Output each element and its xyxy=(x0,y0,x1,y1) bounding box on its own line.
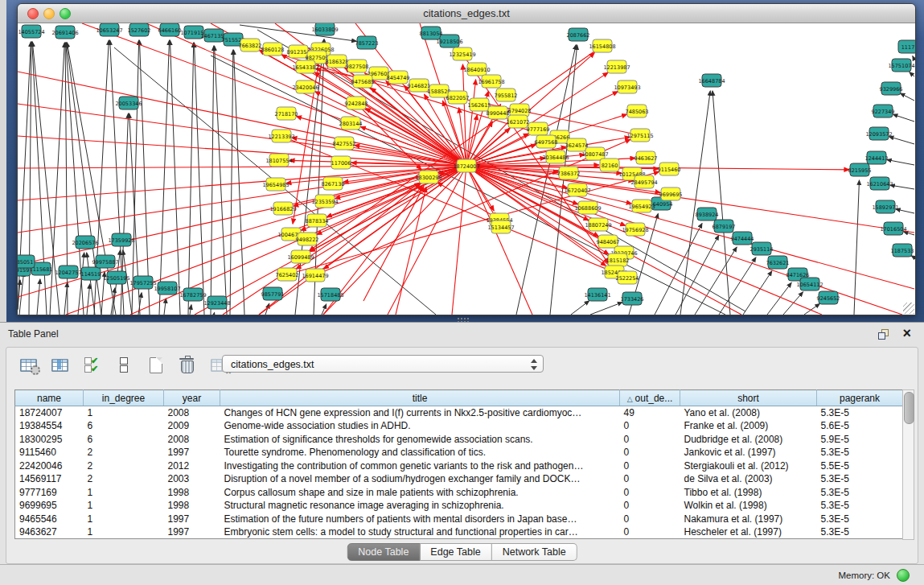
graph-node[interactable]: 12353594 xyxy=(311,195,338,208)
graph-node[interactable]: 16099489 xyxy=(287,250,314,263)
close-panel-icon[interactable]: × xyxy=(902,326,911,340)
cell-in_degree[interactable]: 1 xyxy=(84,406,164,420)
tab-network-table[interactable]: Network Table xyxy=(492,543,577,561)
graph-node[interactable]: 12325419 xyxy=(449,47,475,60)
graph-node[interactable]: 19218506 xyxy=(436,35,462,47)
cell-pagerank[interactable]: 5.3E-5 xyxy=(817,525,903,539)
graph-node[interactable]: 1187533 xyxy=(891,244,914,257)
table-row[interactable]: 2242004622012Investigating the contribut… xyxy=(15,459,903,473)
cell-in_degree[interactable]: 1 xyxy=(84,513,164,526)
graph-node[interactable]: 10973493 xyxy=(614,80,640,93)
cell-in_degree[interactable]: 1 xyxy=(84,525,164,539)
tab-edge-table[interactable]: Edge Table xyxy=(420,543,491,561)
cell-in_degree[interactable]: 2 xyxy=(84,446,164,459)
cell-year[interactable]: 2009 xyxy=(164,419,220,433)
cell-title[interactable]: Changes of HCN gene expression and I(f) … xyxy=(220,406,620,420)
memory-ok-indicator[interactable] xyxy=(897,569,910,582)
graph-node[interactable]: 7485063 xyxy=(626,105,649,117)
cell-short[interactable]: Franke et al. (2009) xyxy=(680,419,817,433)
graph-node[interactable]: 9242848 xyxy=(345,97,368,109)
graph-node[interactable]: 9329966 xyxy=(880,82,903,95)
select-rows-icon[interactable]: ✔✔ xyxy=(83,356,104,375)
cell-pagerank[interactable]: 5.9E-5 xyxy=(817,433,903,447)
table-row[interactable]: 946554611997Estimation of the future num… xyxy=(15,513,903,526)
column-header-pagerank[interactable]: pagerank xyxy=(817,390,903,406)
cell-name[interactable]: 14569117 xyxy=(15,472,84,486)
cell-name[interactable]: 18724007 xyxy=(15,406,84,420)
table-row[interactable]: 1456911722003Disruption of a novel membe… xyxy=(15,472,903,486)
cell-pagerank[interactable]: 5.3E-5 xyxy=(817,446,903,459)
cell-name[interactable]: 19384554 xyxy=(15,419,84,433)
table-row[interactable]: 946362711997Embryonic stem cells: a mode… xyxy=(15,525,903,539)
cell-pagerank[interactable]: 5.3E-5 xyxy=(817,486,903,500)
cell-name[interactable]: 18300295 xyxy=(15,433,84,447)
graph-node[interactable]: 10653247 xyxy=(96,23,122,36)
column-header-title[interactable]: title xyxy=(220,390,620,406)
cell-out_degree[interactable]: 0 xyxy=(620,472,680,486)
cell-out_degree[interactable]: 49 xyxy=(620,406,680,420)
table-row[interactable]: 969969511998Structural magnetic resonanc… xyxy=(15,499,903,513)
cell-name[interactable]: 9465546 xyxy=(15,513,84,526)
cell-short[interactable]: Stergiakouli et al. (2012) xyxy=(680,459,817,473)
cell-short[interactable]: de Silva et al. (2003) xyxy=(680,472,817,486)
graph-node[interactable]: 2935114 xyxy=(750,242,774,255)
graph-node[interactable]: 20053346 xyxy=(115,97,142,109)
graph-node[interactable]: 1527602 xyxy=(128,23,151,36)
graph-node[interactable]: 16782759 xyxy=(179,288,206,301)
graph-node[interactable]: 14136141 xyxy=(584,288,610,301)
graph-node[interactable]: 6879197 xyxy=(713,220,736,233)
graph-node[interactable]: 15751074 xyxy=(888,59,914,72)
graph-node[interactable]: 7663822 xyxy=(239,39,262,51)
graph-node[interactable]: 16961758 xyxy=(478,75,504,88)
cell-title[interactable]: Embryonic stem cells: a model to study s… xyxy=(220,525,620,539)
graph-node[interactable]: 2718170 xyxy=(275,107,298,120)
graph-node[interactable]: 2803144 xyxy=(339,117,363,130)
graph-node[interactable]: 9777169 xyxy=(527,122,550,135)
cell-short[interactable]: Dudbridge et al. (2008) xyxy=(680,433,817,447)
cell-short[interactable]: Nakamura et al. (1997) xyxy=(680,513,817,526)
table-settings-icon[interactable] xyxy=(19,356,40,375)
close-window-button[interactable] xyxy=(27,8,39,19)
graph-node[interactable]: 8990448 xyxy=(487,106,510,119)
graph-node[interactable]: 16543382 xyxy=(292,60,318,73)
graph-node[interactable]: 8267130 xyxy=(322,177,345,190)
cell-title[interactable]: Estimation of significance thresholds fo… xyxy=(220,433,620,447)
tab-node-table[interactable]: Node Table xyxy=(347,543,420,561)
graph-node[interactable]: 6497568 xyxy=(535,135,558,148)
cell-short[interactable]: Yano et al. (2008) xyxy=(680,406,817,420)
create-table-icon[interactable] xyxy=(146,356,167,375)
cell-year[interactable]: 1997 xyxy=(164,525,220,539)
cell-out_degree[interactable]: 0 xyxy=(620,446,680,459)
graph-node[interactable]: 16914479 xyxy=(302,269,328,282)
cell-in_degree[interactable]: 6 xyxy=(84,419,164,433)
graph-node[interactable]: 10688609 xyxy=(574,201,601,214)
graph-node[interactable]: 9245652 xyxy=(817,291,840,304)
graph-node[interactable]: 9699695 xyxy=(659,187,683,200)
graph-node[interactable]: 16154808 xyxy=(589,39,615,52)
cell-year[interactable]: 2012 xyxy=(164,459,220,473)
graph-node[interactable]: 17016504 xyxy=(880,222,906,235)
cell-name[interactable]: 22420046 xyxy=(15,459,84,473)
graph-node[interactable]: 18724007 xyxy=(453,159,479,172)
zoom-window-button[interactable] xyxy=(60,8,71,19)
graph-node[interactable]: 9475685 xyxy=(351,75,375,88)
graph-node[interactable]: 12975115 xyxy=(626,129,653,142)
cell-short[interactable]: Jankovic et al. (1997) xyxy=(680,446,817,459)
graph-node[interactable]: 17359928 xyxy=(108,233,134,246)
graph-node[interactable]: 20364486 xyxy=(542,150,569,163)
column-header-short[interactable]: short xyxy=(680,390,817,406)
graph-node[interactable]: 20206576 xyxy=(72,236,98,249)
cell-out_degree[interactable]: 0 xyxy=(620,433,680,447)
graph-node[interactable]: 7625402 xyxy=(276,268,299,281)
graph-node[interactable]: 20691406 xyxy=(51,26,78,39)
cell-in_degree[interactable]: 2 xyxy=(84,472,164,486)
cell-title[interactable]: Genome-wide association studies in ADHD. xyxy=(220,419,620,433)
graph-node[interactable]: 16033809 xyxy=(311,23,338,35)
graph-node[interactable]: 3624574 xyxy=(565,138,589,151)
table-row[interactable]: 1872400712008Changes of HCN gene express… xyxy=(15,406,903,420)
graph-node[interactable]: 19654923 xyxy=(628,200,655,212)
cell-title[interactable]: Tourette syndrome. Phenomenology and cla… xyxy=(220,446,620,459)
cell-in_degree[interactable]: 2 xyxy=(84,459,164,473)
graph-node[interactable]: 12213393 xyxy=(268,130,294,142)
graph-node[interactable]: 10654112 xyxy=(796,278,823,290)
